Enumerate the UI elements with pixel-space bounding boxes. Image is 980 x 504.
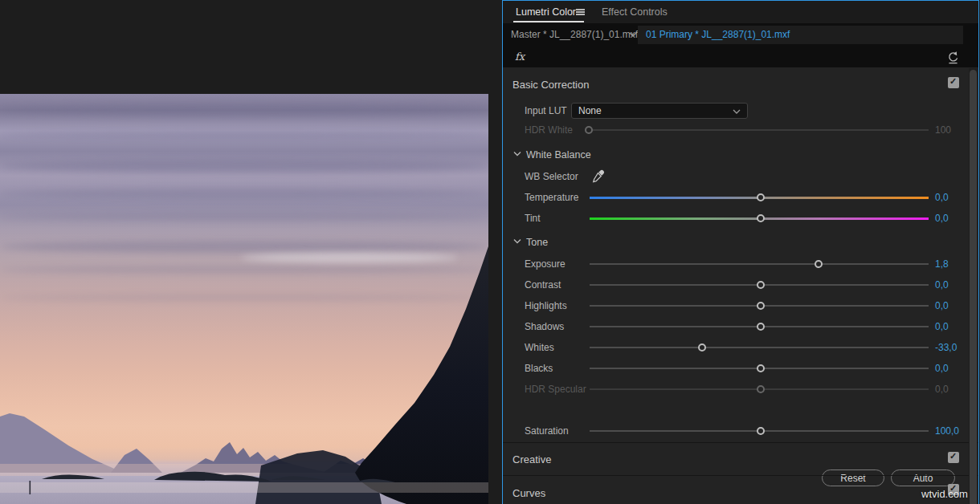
whites-slider-row: Whites -33,0 [503,339,978,356]
reset-button[interactable]: Reset [822,469,884,486]
blacks-label: Blacks [525,360,553,376]
collapse-chevron-icon[interactable] [513,238,521,245]
section-creative[interactable]: Creative [512,453,551,467]
chevron-down-icon[interactable] [629,31,637,38]
hdr-specular-value: 0,0 [935,381,949,397]
mountain-silhouette [355,246,488,504]
hdr-white-track [590,129,929,131]
temperature-slider-row: Temperature 0,0 [503,189,978,205]
primary-clip-label: 01 Primary * JL__2887(1)_01.mxf [646,26,790,44]
shadows-handle[interactable] [757,323,765,331]
clip-selector-row: Master * JL__2887(1)_01.mxf 01 Primary *… [503,23,978,47]
wb-selector-row: WB Selector [503,169,978,185]
eyedropper-icon[interactable] [591,169,605,183]
whites-label: Whites [525,339,554,356]
basic-correction-checkbox[interactable] [948,77,959,88]
hdr-specular-handle [757,385,765,393]
fx-icon: fx [515,47,525,67]
tint-handle[interactable] [757,214,765,222]
blacks-handle[interactable] [757,364,765,372]
blacks-value[interactable]: 0,0 [935,360,949,376]
exposure-handle[interactable] [815,260,823,268]
video-preview [0,94,488,504]
landscape-silhouettes [0,94,488,504]
input-lut-label: Input LUT [525,103,567,119]
temperature-value[interactable]: 0,0 [935,189,949,205]
panel-menu-icon[interactable] [576,9,585,15]
saturation-value[interactable]: 100,0 [935,423,959,439]
section-curves[interactable]: Curves [512,486,545,501]
section-divider [503,442,978,443]
sea-reflection [0,482,488,493]
exposure-label: Exposure [525,256,566,272]
primary-correction-selector[interactable]: 01 Primary * JL__2887(1)_01.mxf [638,26,963,44]
section-divider [503,475,978,476]
hdr-white-label: HDR White [525,122,573,138]
highlights-slider-row: Highlights 0,0 [503,298,978,314]
saturation-handle[interactable] [757,427,765,435]
exposure-slider-row: Exposure 1,8 [503,256,978,272]
collapse-chevron-icon[interactable] [513,151,521,157]
active-tab-underline [513,21,584,22]
section-tone[interactable]: Tone [526,235,548,250]
highlights-value[interactable]: 0,0 [935,298,949,314]
saturation-label: Saturation [525,423,569,439]
master-clip-label[interactable]: Master * JL__2887(1)_01.mxf [511,23,638,47]
scrollbar-track[interactable] [969,68,978,504]
highlights-label: Highlights [525,298,567,314]
blacks-slider-row: Blacks 0,0 [503,360,978,376]
scrollbar-thumb[interactable] [970,70,977,504]
mast [30,481,31,494]
whites-track[interactable] [590,347,929,348]
watermark: wtvid.com [921,488,968,500]
highlights-handle[interactable] [757,302,765,310]
shadows-value[interactable]: 0,0 [935,319,949,335]
lumetri-color-panel: Lumetri Color Effect Controls Master * J… [502,0,979,504]
tab-lumetri-color[interactable]: Lumetri Color [503,1,591,23]
temperature-label: Temperature [525,189,578,205]
reset-effect-icon[interactable] [946,51,960,64]
chevron-down-icon [733,108,741,115]
left-hill-silhouette [0,413,122,473]
tab-label: Lumetri Color [516,1,576,23]
tint-slider-row: Tint 0,0 [503,210,978,226]
section-basic-correction[interactable]: Basic Correction [512,78,589,92]
hdr-specular-label: HDR Specular [525,381,586,397]
panel-tab-bar: Lumetri Color Effect Controls [503,1,978,23]
hdr-white-handle [585,126,593,134]
input-lut-row: Input LUT None [503,103,978,119]
fx-header-row: fx [503,47,978,68]
tint-value[interactable]: 0,0 [935,210,949,226]
input-lut-dropdown[interactable]: None [571,103,748,119]
contrast-handle[interactable] [757,281,765,289]
wb-selector-label: WB Selector [525,169,578,185]
contrast-value[interactable]: 0,0 [935,277,949,293]
creative-checkbox[interactable] [948,452,959,463]
contrast-label: Contrast [525,277,561,293]
contrast-slider-row: Contrast 0,0 [503,277,978,293]
saturation-slider-row: Saturation 100,0 [503,423,978,439]
tint-label: Tint [525,210,541,226]
hdr-white-value: 100 [935,122,951,138]
tab-effect-controls[interactable]: Effect Controls [602,1,668,23]
shadows-slider-row: Shadows 0,0 [503,319,978,335]
input-lut-value: None [578,104,602,118]
whites-handle[interactable] [698,343,706,352]
exposure-value[interactable]: 1,8 [935,256,949,272]
temperature-handle[interactable] [757,193,765,201]
exposure-track[interactable] [590,263,929,265]
shadows-label: Shadows [525,319,564,335]
whites-value[interactable]: -33,0 [935,339,957,356]
hdr-specular-slider-row: HDR Specular 0,0 [503,381,978,397]
hdr-white-slider-row: HDR White 100 [503,122,978,138]
lumetri-controls: Basic Correction Input LUT None HDR Whit… [503,67,978,504]
section-white-balance[interactable]: White Balance [526,148,591,162]
auto-button[interactable]: Auto [891,469,955,486]
